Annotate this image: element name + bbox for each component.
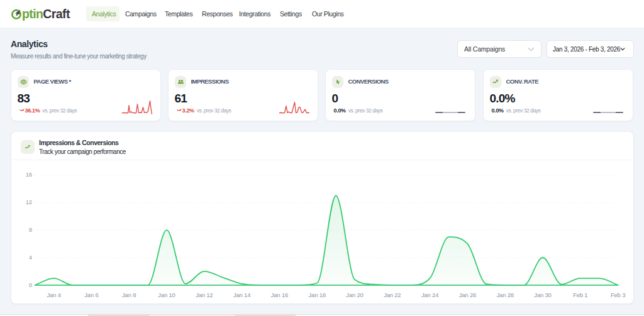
svg-text:Feb 1: Feb 1	[573, 291, 587, 298]
svg-text:4: 4	[29, 254, 32, 261]
svg-text:Jan 28: Jan 28	[497, 291, 514, 298]
svg-text:Jan 10: Jan 10	[158, 291, 175, 298]
svg-text:8: 8	[29, 227, 32, 233]
svg-text:Jan 12: Jan 12	[196, 291, 213, 298]
svg-text:Jan 30: Jan 30	[534, 291, 551, 298]
svg-text:0: 0	[29, 282, 32, 288]
svg-text:Jan 6: Jan 6	[84, 291, 98, 298]
svg-text:Jan 20: Jan 20	[346, 291, 363, 298]
svg-text:12: 12	[26, 199, 32, 205]
svg-text:Feb 3: Feb 3	[611, 291, 625, 298]
svg-text:Jan 14: Jan 14	[233, 291, 250, 298]
svg-text:16: 16	[26, 172, 32, 178]
svg-text:Jan 24: Jan 24	[421, 291, 438, 298]
svg-text:Jan 8: Jan 8	[122, 291, 136, 298]
svg-text:Jan 4: Jan 4	[47, 291, 60, 298]
svg-text:Jan 18: Jan 18	[309, 291, 326, 298]
svg-text:Jan 22: Jan 22	[384, 291, 401, 298]
svg-text:Jan 16: Jan 16	[271, 291, 288, 298]
svg-text:Jan 26: Jan 26	[459, 291, 476, 298]
